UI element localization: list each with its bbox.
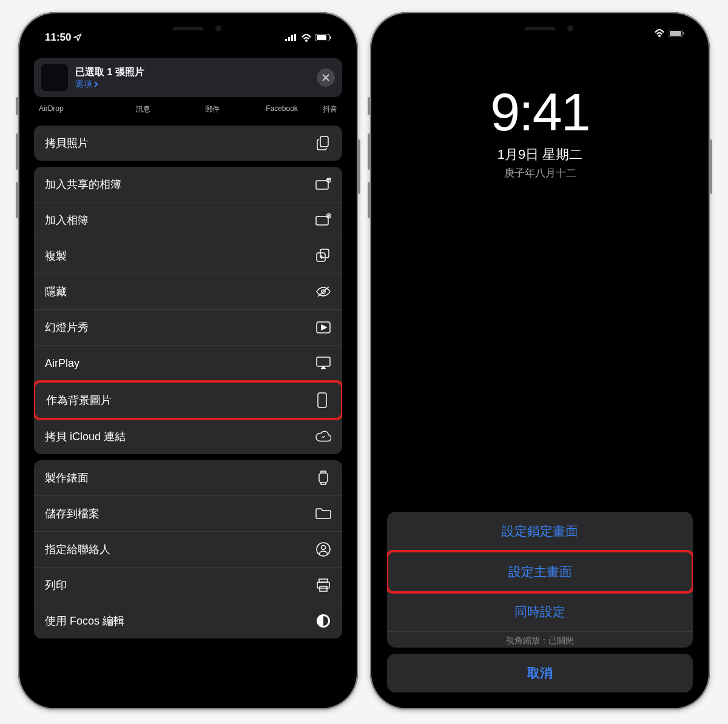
battery-icon xyxy=(669,30,684,37)
app-mail[interactable]: 郵件 xyxy=(178,104,247,115)
phone-right: 9:41 1月9日 星期二 庚子年八月十二 設定鎖定畫面 設定主畫面 同時設定 … xyxy=(370,12,710,709)
add-album-label: 加入相簿 xyxy=(45,213,89,227)
copy-icloud-link-row[interactable]: 拷貝 iCloud 連結 xyxy=(34,419,342,454)
svg-point-20 xyxy=(322,546,326,550)
duplicate-row[interactable]: 複製 xyxy=(34,238,342,274)
screen-left: 11:50 已選取 1 張照片 選項 AirDr xyxy=(27,21,349,701)
svg-rect-10 xyxy=(316,216,328,225)
edit-focos-row[interactable]: 使用 Focos 編輯 xyxy=(34,603,342,639)
cancel-button[interactable]: 取消 xyxy=(387,654,693,692)
action-group-1: 拷貝照片 xyxy=(34,126,342,161)
share-header: 已選取 1 張照片 選項 xyxy=(34,58,342,97)
use-as-wallpaper-label: 作為背景圖片 xyxy=(46,393,112,407)
svg-rect-7 xyxy=(320,136,328,147)
hide-row[interactable]: 隱藏 xyxy=(34,274,342,310)
save-to-files-row[interactable]: 儲存到檔案 xyxy=(34,496,342,532)
app-more[interactable]: 抖音 xyxy=(317,104,337,115)
close-icon xyxy=(322,74,329,81)
app-messages[interactable]: 訊息 xyxy=(108,104,177,115)
close-button[interactable] xyxy=(317,69,335,87)
wifi-icon xyxy=(654,29,665,37)
screen-right: 9:41 1月9日 星期二 庚子年八月十二 設定鎖定畫面 設定主畫面 同時設定 … xyxy=(379,21,701,701)
copy-icon xyxy=(315,135,331,151)
cellular-icon xyxy=(285,34,297,41)
set-lock-screen-button[interactable]: 設定鎖定畫面 xyxy=(387,512,693,551)
svg-rect-18 xyxy=(319,473,328,483)
battery-icon xyxy=(315,34,331,41)
shared-album-icon xyxy=(315,176,331,192)
icloud-link-icon xyxy=(315,429,331,444)
set-both-button[interactable]: 同時設定 xyxy=(387,592,693,632)
svg-rect-8 xyxy=(316,181,328,189)
watch-icon xyxy=(315,470,331,486)
volume-up xyxy=(16,133,18,170)
copy-icloud-link-label: 拷貝 iCloud 連結 xyxy=(45,429,126,444)
add-album-row[interactable]: 加入相簿 xyxy=(34,203,342,238)
lockscreen-preview: 9:41 1月9日 星期二 庚子年八月十二 xyxy=(379,21,701,180)
wifi-icon xyxy=(301,34,312,42)
svg-rect-17 xyxy=(318,393,326,407)
silence-switch xyxy=(16,97,18,115)
assign-contact-label: 指定給聯絡人 xyxy=(45,542,110,557)
add-shared-album-label: 加入共享的相簿 xyxy=(45,177,121,192)
album-icon xyxy=(315,212,331,228)
slideshow-row[interactable]: 幻燈片秀 xyxy=(34,310,342,346)
edit-focos-label: 使用 Focos 編輯 xyxy=(45,614,124,628)
lock-date-lunar: 庚子年八月十二 xyxy=(379,166,701,180)
assign-contact-row[interactable]: 指定給聯絡人 xyxy=(34,532,342,568)
status-bar-right xyxy=(654,29,684,37)
perspective-zoom-status: 視角縮放：已關閉 xyxy=(387,632,693,648)
svg-rect-3 xyxy=(294,34,296,41)
folder-icon xyxy=(315,506,331,521)
airplay-label: AirPlay xyxy=(45,357,79,370)
svg-rect-1 xyxy=(288,37,290,41)
focos-icon xyxy=(315,613,331,629)
volume-down xyxy=(368,182,370,218)
notch xyxy=(473,21,607,39)
lock-date: 1月9日 星期二 xyxy=(379,146,701,164)
share-options-link[interactable]: 選項 xyxy=(75,79,144,90)
duplicate-label: 複製 xyxy=(45,249,67,263)
hide-icon xyxy=(315,284,331,300)
hide-label: 隱藏 xyxy=(45,284,67,299)
action-group-2: 加入共享的相簿 加入相簿 複製 隱藏 xyxy=(34,167,342,454)
photo-thumbnail[interactable] xyxy=(41,64,68,91)
print-label: 列印 xyxy=(45,578,67,592)
copy-photo-label: 拷貝照片 xyxy=(45,136,89,150)
set-home-screen-button[interactable]: 設定主畫面 xyxy=(387,550,693,594)
printer-icon xyxy=(315,577,331,593)
duplicate-icon xyxy=(315,248,331,264)
location-icon xyxy=(73,33,82,42)
power-button xyxy=(358,139,360,194)
print-row[interactable]: 列印 xyxy=(34,568,342,603)
copy-photo-row[interactable]: 拷貝照片 xyxy=(34,126,342,161)
add-shared-album-row[interactable]: 加入共享的相簿 xyxy=(34,167,342,203)
phone-icon xyxy=(314,392,330,408)
wallpaper-options-group: 設定鎖定畫面 設定主畫面 同時設定 視角縮放：已關閉 xyxy=(387,512,693,648)
svg-rect-2 xyxy=(291,35,293,41)
app-facebook[interactable]: Facebook xyxy=(247,104,316,115)
svg-rect-0 xyxy=(285,39,287,41)
create-watchface-label: 製作錶面 xyxy=(45,471,89,485)
svg-rect-5 xyxy=(317,35,326,40)
volume-up xyxy=(368,133,370,170)
wallpaper-action-sheet: 設定鎖定畫面 設定主畫面 同時設定 視角縮放：已關閉 取消 xyxy=(379,512,701,701)
create-watchface-row[interactable]: 製作錶面 xyxy=(34,460,342,496)
svg-rect-27 xyxy=(683,32,684,35)
use-as-wallpaper-row[interactable]: 作為背景圖片 xyxy=(34,380,342,420)
svg-rect-23 xyxy=(320,586,327,591)
power-button xyxy=(710,139,712,194)
svg-rect-6 xyxy=(330,36,331,39)
status-time: 11:50 xyxy=(45,32,71,44)
app-airdrop[interactable]: AirDrop xyxy=(39,104,108,115)
share-title: 已選取 1 張照片 xyxy=(75,66,144,79)
chevron-right-icon xyxy=(93,81,98,87)
app-share-row: AirDrop 訊息 郵件 Facebook 抖音 xyxy=(27,97,349,119)
volume-down xyxy=(16,182,18,218)
airplay-row[interactable]: AirPlay xyxy=(34,346,342,381)
phone-left: 11:50 已選取 1 張照片 選項 AirDr xyxy=(18,12,358,709)
svg-rect-22 xyxy=(317,582,329,588)
save-to-files-label: 儲存到檔案 xyxy=(45,506,99,521)
contact-icon xyxy=(315,541,331,557)
slideshow-icon xyxy=(315,320,331,335)
